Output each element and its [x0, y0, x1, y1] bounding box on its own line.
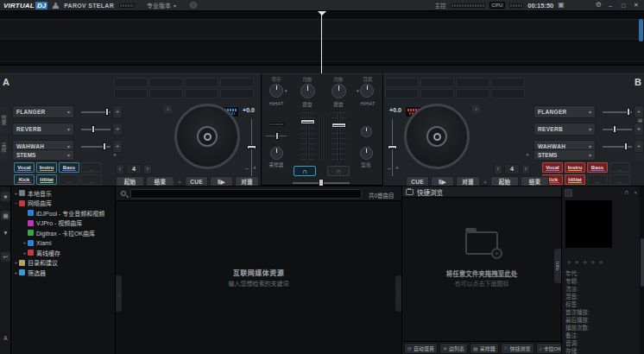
- deck-a-key-icon[interactable]: ♪: [164, 105, 172, 113]
- tree-expander[interactable]: +: [22, 250, 28, 256]
- deck-b-fx-add-button-2[interactable]: +: [634, 123, 644, 136]
- sampler-volume-knob[interactable]: [270, 147, 283, 160]
- mixer-gain-knob-1[interactable]: [300, 84, 315, 98]
- deck-a-loop-half-button[interactable]: ‹: [116, 164, 124, 174]
- deck-b-key-icon[interactable]: ♪: [472, 105, 480, 113]
- deck-b-zoom-out-button[interactable]: –: [386, 165, 393, 172]
- hotcue-slot[interactable]: [185, 78, 218, 87]
- hotcue-slot[interactable]: [420, 78, 454, 87]
- hotcue-slot[interactable]: [385, 89, 419, 98]
- prelisten-headphones-icon[interactable]: ∩: [624, 188, 629, 196]
- hotcue-slot[interactable]: [149, 89, 183, 98]
- toolbar-button-边列表[interactable]: ✕边列表: [439, 343, 468, 354]
- deck-b-fx-add-button-1[interactable]: +: [634, 105, 644, 118]
- deck-b-stem-pad-empty[interactable]: [587, 174, 608, 185]
- deck-a-loop-length[interactable]: 4: [126, 164, 142, 174]
- waveform-scrollbar[interactable]: [639, 19, 643, 41]
- tree-expander[interactable]: −: [13, 200, 19, 205]
- deck-a-stems-add-button[interactable]: +: [110, 151, 119, 160]
- favorites-star-icon[interactable]: ★: [1, 192, 10, 201]
- volume-fader-deck-b[interactable]: [331, 112, 346, 162]
- hotcue-slot[interactable]: [420, 89, 454, 98]
- deck-a-fx-slider-1[interactable]: [81, 105, 110, 118]
- splitter-left[interactable]: ⋮: [116, 275, 122, 312]
- tree-expander[interactable]: +: [13, 270, 19, 275]
- deck-a-fx-add-button-1[interactable]: +: [112, 105, 123, 118]
- deck-b-fx-add-button-3[interactable]: +: [634, 140, 644, 153]
- deck-b-stem-pad-empty[interactable]: [609, 162, 630, 173]
- deck-b-stem-pad-empty[interactable]: [609, 174, 630, 185]
- edition-dropdown[interactable]: 专业版本 ▾: [147, 1, 176, 9]
- fx-slider-thumb[interactable]: [105, 108, 109, 116]
- deck-a-stems-select[interactable]: STEMS ▾: [12, 149, 74, 161]
- deck-a-fx-tab[interactable]: 效果: [0, 107, 8, 133]
- phones-mix-knob[interactable]: [360, 147, 373, 160]
- tree-item-网络曲库[interactable]: −网络曲库: [11, 199, 115, 209]
- deck-b-loop-double-button[interactable]: ›: [521, 164, 530, 174]
- volume-fader-deck-a[interactable]: [300, 112, 315, 162]
- tree-expander[interactable]: +: [13, 191, 19, 196]
- deck-a-zoom-in-button[interactable]: +: [251, 165, 258, 172]
- close-button[interactable]: ✕: [632, 2, 641, 9]
- hotcue-slot[interactable]: [491, 89, 525, 98]
- deck-a-fx-select-2[interactable]: REVERB▾: [12, 123, 74, 136]
- toolbar-button-采样器[interactable]: ▤采样器: [470, 343, 499, 354]
- deck-a-beat-tap-icon[interactable]: ▵: [176, 178, 183, 184]
- mixer-stem-knob-left[interactable]: [269, 84, 283, 98]
- hotcue-slot[interactable]: [114, 78, 148, 87]
- pfl-button-deck-a[interactable]: ∩: [294, 166, 316, 176]
- toolbar-button-自动混音[interactable]: ⟳自动混音: [404, 343, 438, 354]
- hotcue-slot[interactable]: [456, 78, 489, 87]
- tree-item-目录和建议[interactable]: +目录和建议: [11, 258, 115, 269]
- pfl-button-deck-b[interactable]: ∩: [327, 166, 350, 176]
- tree-item-Digitrax - 卡拉OK曲库[interactable]: Digitrax - 卡拉OK曲库: [11, 228, 115, 238]
- deck-a-pads-tab[interactable]: 采样: [0, 135, 8, 161]
- waveform-strip-top[interactable]: [0, 19, 644, 40]
- hotcue-slot[interactable]: [220, 78, 254, 87]
- info-side-tab[interactable]: Info: [554, 249, 561, 283]
- deck-b-jog-wheel[interactable]: [404, 104, 470, 169]
- deck-a-fx-slider-3[interactable]: [81, 140, 110, 153]
- font-size-icon[interactable]: A: [1, 333, 10, 343]
- deck-a-fx-add-button-2[interactable]: +: [112, 123, 123, 136]
- hotcue-slot[interactable]: [220, 89, 254, 98]
- history-back-icon[interactable]: ↩: [1, 252, 10, 262]
- chevron-down-icon[interactable]: ▾: [357, 88, 359, 93]
- mixer-gain-knob-2[interactable]: [331, 84, 346, 98]
- deck-a-fx-select-1[interactable]: FLANGER▾: [12, 105, 74, 118]
- deck-a-stem-pad-empty[interactable]: [81, 174, 102, 185]
- tree-expander[interactable]: +: [22, 240, 28, 245]
- deck-a-zoom-out-button[interactable]: –: [243, 165, 250, 172]
- fx-slider-thumb[interactable]: [92, 125, 95, 133]
- fx-slider-thumb[interactable]: [624, 142, 628, 150]
- tree-item-VJPro - 视频曲库[interactable]: VJPro - 视频曲库: [11, 218, 115, 229]
- drop-folder-icon[interactable]: +: [465, 231, 498, 255]
- tree-item-本地音乐[interactable]: +本地音乐: [11, 188, 115, 199]
- deck-b-zoom-in-button[interactable]: +: [394, 165, 401, 172]
- deck-b-stem-pad-vocal[interactable]: Vocal: [542, 162, 563, 173]
- minimize-button[interactable]: –: [606, 3, 615, 9]
- deck-b-fx-select-1[interactable]: FLANGER▾: [534, 105, 596, 118]
- maximize-button[interactable]: □: [619, 3, 628, 9]
- deck-a-stem-pad-kick[interactable]: Kick: [14, 174, 35, 185]
- deck-b-fx-slider-3[interactable]: [603, 140, 632, 153]
- deck-a-stem-pad-hihat[interactable]: HiHat: [36, 174, 57, 185]
- deck-a-stem-pad-instru[interactable]: Instru: [36, 162, 57, 173]
- deck-b-loop-half-button[interactable]: ‹: [494, 164, 502, 174]
- deck-b-loop-length[interactable]: 4: [504, 164, 520, 174]
- tree-expander[interactable]: +: [13, 260, 19, 265]
- fx-slider-thumb[interactable]: [613, 125, 616, 133]
- deck-b-stems-select[interactable]: STEMS ▾: [534, 149, 596, 161]
- hotcue-slot[interactable]: [149, 78, 183, 87]
- deck-b-stems-add-button[interactable]: +: [523, 151, 532, 160]
- deck-b-stem-pad-instru[interactable]: Instru: [565, 162, 585, 173]
- tree-item-iDJPool - 专业音频和视频[interactable]: iDJPool - 专业音频和视频: [11, 208, 115, 218]
- phones-volume-knob[interactable]: [361, 126, 372, 137]
- toolbar-button-快捷浏览[interactable]: ⤬快捷浏览: [501, 343, 534, 354]
- tree-item-筛选器[interactable]: +筛选器: [11, 268, 115, 278]
- fx-slider-thumb[interactable]: [103, 142, 106, 150]
- hotcue-slot[interactable]: [185, 89, 218, 98]
- deck-a-loop-double-button[interactable]: ›: [143, 164, 152, 174]
- deck-b-stem-pad-hihat[interactable]: HiHat: [565, 174, 585, 185]
- prelisten-button[interactable]: [565, 189, 572, 197]
